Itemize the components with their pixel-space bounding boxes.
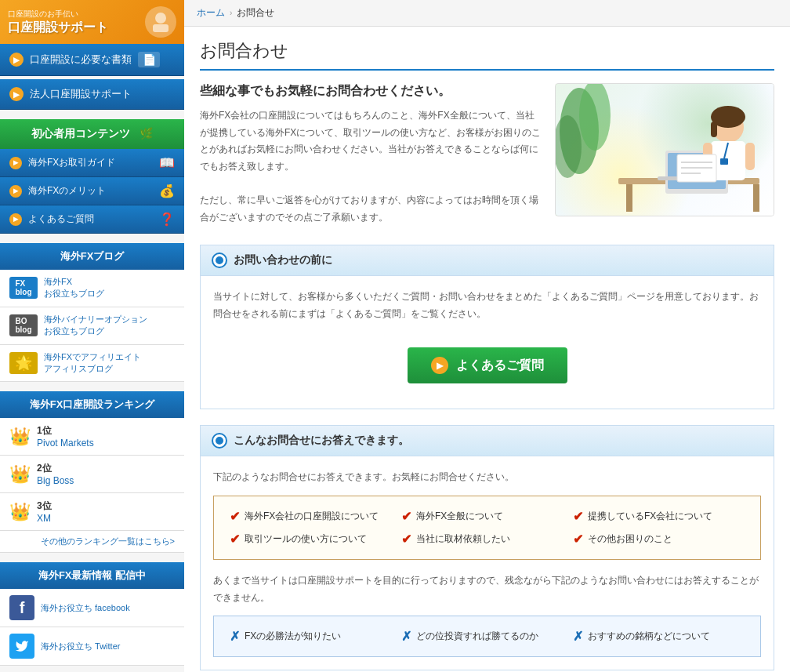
can-answer-item-6: ✔ その他お困りのこと — [573, 532, 745, 547]
corporate-label: 法人口座開設サポート — [30, 87, 132, 101]
breadcrumb: ホーム › お問合せ — [184, 0, 790, 27]
af-blog-text: 海外FXでアフィリエイトアフィリスブログ — [44, 351, 141, 376]
can-answer-label-4: 取引ツールの使い方について — [245, 532, 367, 546]
rank-3-info: 3位 XM — [37, 499, 52, 524]
banner-main-text: 口座開設サポート — [8, 20, 139, 36]
rank-1-pos: 1位 — [37, 424, 94, 438]
facebook-icon: f — [9, 595, 34, 620]
nav-item-faq[interactable]: ▶ よくあるご質問 ❓ — [0, 205, 184, 234]
blue-dot-icon — [213, 254, 226, 267]
can-answer-label-5: 当社に取材依頼したい — [416, 532, 510, 546]
can-answer-item-5: ✔ 当社に取材依頼したい — [401, 532, 573, 547]
corporate-btn[interactable]: ▶ 法人口座開設サポート — [0, 79, 184, 110]
check-icon-5: ✔ — [401, 532, 411, 547]
nav-label-merit: 海外FXのメリット — [28, 184, 106, 198]
ranking-item-1: 👑 1位 Pivot Markets — [0, 418, 184, 456]
facebook-link[interactable]: 海外お役立ち facebook — [41, 603, 130, 612]
main-content: ホーム › お問合せ お問合わせ 些細な事でもお気軽にお問合わせください。 海外… — [184, 0, 790, 672]
intro-image-inner — [556, 84, 774, 216]
svg-rect-1 — [153, 24, 169, 32]
rank-1-link[interactable]: Pivot Markets — [37, 438, 94, 449]
ranking-header-text: 海外FX口座開設ランキング — [30, 398, 155, 410]
rank-3-pos: 3位 — [37, 499, 52, 513]
account-support-banner[interactable]: 口座開設のお手伝い 口座開設サポート — [0, 0, 184, 44]
ranking-more[interactable]: その他のランキング一覧はこちら> — [0, 531, 184, 553]
sns-header-text: 海外FX最新情報 配信中 — [38, 569, 146, 581]
ranking-section-header: 海外FX口座開設ランキング — [0, 391, 184, 418]
can-answer-label-6: その他お困りのこと — [588, 532, 672, 546]
sns-item-twitter[interactable]: 海外お役立ち Twitter — [0, 627, 184, 666]
docs-icon: 📄 — [138, 52, 160, 67]
rank-2-info: 2位 Big Boss — [37, 462, 74, 486]
sns-item-facebook[interactable]: f 海外お役立ち facebook — [0, 589, 184, 627]
sidebar: 口座開設のお手伝い 口座開設サポート ▶ 口座開設に必要な書類 📄 ▶ 法人口座… — [0, 0, 184, 672]
cannot-answer-label-1: FXの必勝法が知りたい — [245, 630, 341, 643]
nav-circle-faq: ▶ — [9, 213, 22, 226]
can-answer-dot-icon — [213, 434, 226, 447]
bo-blog-badge: BOblog — [9, 314, 38, 336]
crown-2-icon: 👑 — [9, 464, 31, 485]
sns-section-header: 海外FX最新情報 配信中 — [0, 562, 184, 589]
can-answer-item-4: ✔ 取引ツールの使い方について — [230, 532, 401, 547]
nav-circle-guide: ▶ — [9, 157, 22, 169]
intro-image — [555, 83, 774, 216]
intro-headline: 些細な事でもお気軽にお問合わせください。 — [200, 83, 542, 100]
page-title: お問合わせ — [200, 39, 774, 71]
nav-label-faq: よくあるご質問 — [28, 212, 94, 226]
svg-rect-14 — [711, 122, 717, 137]
beginner-header[interactable]: 初心者用コンテンツ 🌿 — [0, 119, 184, 149]
rank-3-link[interactable]: XM — [37, 513, 52, 524]
cannot-answer-intro: あくまで当サイトは口座開設サポートを目的に行っておりますので、残念ながら下記のよ… — [213, 572, 761, 606]
nav-item-merit[interactable]: ▶ 海外FXのメリット 💰 — [0, 177, 184, 205]
before-contact-body: 当サイトに対して、お客様から多くいただくご質問・お問い合わせをまとめた「よくある… — [201, 276, 774, 409]
breadcrumb-current: お問合せ — [237, 6, 274, 20]
blog-item-affiliate[interactable]: 🌟 海外FXでアフィリエイトアフィリスブログ — [0, 345, 184, 383]
af-blog-badge: 🌟 — [9, 352, 38, 374]
twitter-link[interactable]: 海外お役立ち Twitter — [41, 641, 120, 651]
nav-label-guide: 海外FXお取引ガイド — [28, 156, 115, 169]
cross-icon-2: ✗ — [401, 629, 411, 644]
nav-circle-merit: ▶ — [9, 185, 22, 198]
blog-item-bo[interactable]: BOblog 海外バイナリーオプションお役立ちブログ — [0, 307, 184, 345]
nav-item-guide[interactable]: ▶ 海外FXお取引ガイド 📖 — [0, 149, 184, 177]
faq-button-icon: ▶ — [431, 357, 448, 374]
can-answer-item-1: ✔ 海外FX会社の口座開設について — [230, 509, 401, 524]
crown-3-icon: 👑 — [9, 502, 31, 522]
ranking-item-3: 👑 3位 XM — [0, 493, 184, 531]
rank-1-info: 1位 Pivot Markets — [37, 424, 94, 449]
cannot-answer-label-3: おすすめの銘柄などについて — [588, 630, 710, 643]
cannot-answer-label-2: どの位投資すれば勝てるのか — [416, 630, 538, 643]
bo-blog-text: 海外バイナリーオプションお役立ちブログ — [44, 314, 147, 338]
check-icon-2: ✔ — [401, 509, 411, 524]
blog-item-fx[interactable]: FXblog 海外FXお役立ちブログ — [0, 270, 184, 307]
before-contact-header: お問い合わせの前に — [201, 245, 774, 276]
intro-body: 海外FX会社の口座開設についてはもちろんのこと、海外FX全般について、当社が提携… — [200, 107, 542, 226]
account-docs-btn[interactable]: ▶ 口座開設に必要な書類 📄 — [0, 44, 184, 76]
btn-circle-icon: ▶ — [9, 53, 24, 67]
check-icon-4: ✔ — [230, 532, 240, 547]
crown-1-icon: 👑 — [9, 427, 31, 447]
ranking-more-link[interactable]: その他のランキング一覧はこちら> — [41, 536, 175, 546]
can-answer-box: ✔ 海外FX会社の口座開設について ✔ 海外FX全般について ✔ 提携しているF… — [213, 496, 761, 560]
faq-icon: ❓ — [159, 212, 175, 227]
merit-icon: 💰 — [159, 183, 175, 198]
cannot-answer-item-2: ✗ どの位投資すれば勝てるのか — [401, 629, 573, 644]
faq-button[interactable]: ▶ よくあるご質問 — [408, 347, 567, 383]
can-answer-grid: ✔ 海外FX会社の口座開設について ✔ 海外FX全般について ✔ 提携しているF… — [230, 509, 745, 547]
blog-header-text: 海外FXブログ — [60, 250, 125, 262]
fx-blog-text: 海外FXお役立ちブログ — [44, 276, 104, 300]
banner-small-text: 口座開設のお手伝い — [8, 9, 139, 20]
guide-icon: 📖 — [159, 155, 175, 170]
beginner-header-text: 初心者用コンテンツ — [31, 127, 130, 140]
can-answer-label-1: 海外FX会社の口座開設について — [245, 510, 379, 523]
rank-2-link[interactable]: Big Boss — [37, 475, 74, 486]
breadcrumb-home[interactable]: ホーム — [197, 6, 225, 20]
can-answer-intro: 下記のようなお問合せにお答えできます。お気軽にお問合せください。 — [213, 469, 761, 486]
cannot-answer-box: ✗ FXの必勝法が知りたい ✗ どの位投資すれば勝てるのか ✗ おすすめの銘柄な… — [213, 616, 761, 657]
intro-text: 些細な事でもお気軽にお問合わせください。 海外FX会社の口座開設についてはもちろ… — [200, 83, 542, 226]
before-contact-section: お問い合わせの前に 当サイトに対して、お客様から多くいただくご質問・お問い合わせ… — [200, 245, 774, 409]
before-contact-title: お問い合わせの前に — [234, 253, 332, 267]
facebook-text: 海外お役立ち facebook — [41, 602, 130, 614]
can-answer-header: こんなお問合せにお答えできます。 — [201, 426, 774, 456]
check-icon-3: ✔ — [573, 509, 583, 524]
